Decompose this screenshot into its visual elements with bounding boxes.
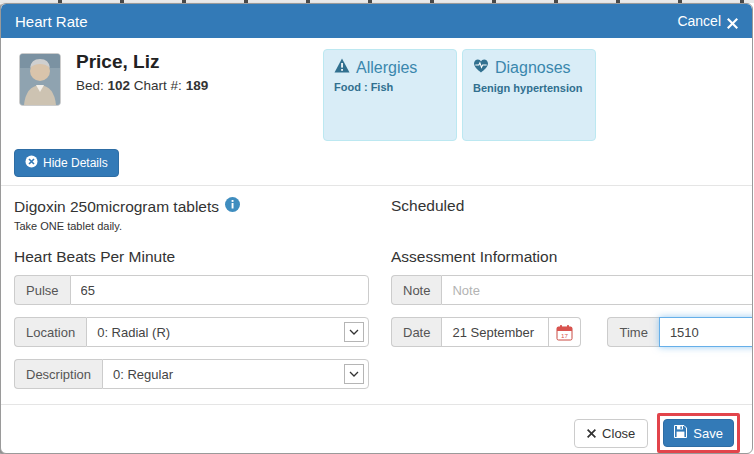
save-highlight-annotation: Save	[657, 413, 740, 453]
description-label: Description	[14, 359, 102, 389]
bed-label: Bed:	[76, 78, 104, 93]
info-icon[interactable]	[225, 197, 240, 216]
patient-name: Price, Liz	[76, 51, 159, 73]
chevron-down-icon[interactable]	[344, 364, 364, 384]
warning-triangle-icon	[334, 58, 350, 77]
patient-photo	[19, 53, 61, 106]
note-input[interactable]	[441, 275, 753, 305]
time-input[interactable]	[659, 317, 753, 347]
vitals-column: Digoxin 250microgram tablets Take ONE ta…	[14, 197, 369, 389]
location-select[interactable]	[86, 317, 369, 347]
close-button-label: Close	[602, 426, 635, 441]
note-field-group: Note	[391, 275, 753, 305]
description-select[interactable]	[102, 359, 369, 389]
diagnoses-detail: Benign hypertension	[473, 82, 585, 94]
vitals-section-title: Heart Beats Per Minute	[14, 248, 369, 266]
cancel-button[interactable]: Cancel	[677, 13, 738, 29]
datetime-row: Date 17 Time	[391, 317, 753, 347]
patient-header-panel: Price, Liz Bed: 102 Chart #: 189 Allergi…	[1, 38, 752, 185]
hide-details-button[interactable]: Hide Details	[14, 149, 119, 177]
allergies-title: Allergies	[356, 59, 417, 77]
schedule-type: Scheduled	[391, 197, 753, 215]
chart-number: 189	[186, 78, 209, 93]
medication-instructions: Take ONE tablet daily.	[14, 220, 369, 232]
modal-header: Heart Rate Cancel	[1, 4, 752, 38]
close-x-icon	[587, 426, 596, 441]
time-label: Time	[607, 317, 658, 347]
date-input[interactable]	[441, 317, 549, 347]
calendar-button[interactable]: 17	[549, 317, 581, 347]
svg-text:17: 17	[562, 332, 569, 339]
pulse-input[interactable]	[70, 275, 369, 305]
diagnoses-title-row: Diagnoses	[473, 58, 585, 78]
save-button-label: Save	[693, 426, 723, 441]
close-button[interactable]: Close	[574, 419, 648, 448]
chevron-down-icon[interactable]	[344, 322, 364, 342]
heart-pulse-icon	[473, 58, 489, 78]
hide-details-label: Hide Details	[43, 156, 108, 170]
close-x-icon	[727, 16, 738, 27]
location-field-group: Location	[14, 317, 369, 347]
description-field-group: Description	[14, 359, 369, 389]
diagnoses-title: Diagnoses	[495, 59, 571, 77]
heart-rate-modal: Heart Rate Cancel Price, Liz Bed: 102 Ch…	[0, 3, 753, 454]
location-label: Location	[14, 317, 86, 347]
floppy-disk-icon	[674, 425, 687, 441]
allergies-panel: Allergies Food : Fish	[323, 49, 457, 141]
save-button[interactable]: Save	[663, 419, 734, 447]
calendar-icon: 17	[556, 324, 573, 341]
patient-bed-chart: Bed: 102 Chart #: 189	[76, 78, 208, 93]
pulse-field-group: Pulse	[14, 275, 369, 305]
assessment-column: Scheduled Assessment Information Note Da…	[391, 197, 753, 389]
time-field-group: Time	[607, 317, 753, 347]
assessment-section-title: Assessment Information	[391, 248, 753, 266]
bed-number: 102	[108, 78, 131, 93]
allergies-title-row: Allergies	[334, 58, 446, 77]
cancel-button-label: Cancel	[677, 13, 721, 29]
medication-name: Digoxin 250microgram tablets	[14, 198, 219, 216]
modal-footer: Close Save	[1, 404, 752, 453]
note-label: Note	[391, 275, 441, 305]
circle-x-icon	[25, 155, 38, 171]
pulse-label: Pulse	[14, 275, 70, 305]
diagnoses-panel: Diagnoses Benign hypertension	[462, 49, 596, 141]
form-content: Digoxin 250microgram tablets Take ONE ta…	[1, 186, 752, 389]
chart-label: Chart #:	[134, 78, 182, 93]
modal-title: Heart Rate	[15, 13, 88, 30]
date-label: Date	[391, 317, 441, 347]
medication-name-row: Digoxin 250microgram tablets	[14, 197, 369, 216]
allergies-detail: Food : Fish	[334, 81, 446, 93]
date-field-group: Date 17	[391, 317, 581, 347]
